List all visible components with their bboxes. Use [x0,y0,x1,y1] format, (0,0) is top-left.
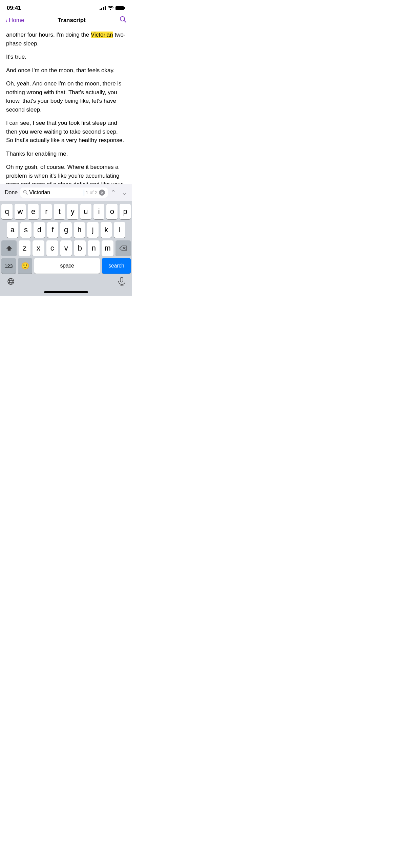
globe-mic-row [0,275,132,289]
key-k[interactable]: k [101,222,112,238]
paragraph-5: I can see, I see that you took first sle… [6,119,126,145]
key-a[interactable]: a [7,222,18,238]
key-u[interactable]: u [80,204,91,219]
find-bar: Done Victorian 1 of 2 ⌃ ⌄ [0,184,132,201]
back-chevron-icon: ‹ [5,17,7,23]
key-c[interactable]: c [46,240,58,256]
wifi-icon [108,5,113,11]
paragraph-6: Thanks for enabling me. [6,150,126,158]
battery-icon [115,6,125,10]
signal-bars-icon [100,6,106,10]
svg-point-7 [9,278,12,284]
space-key[interactable]: space [34,258,100,274]
paragraph-3: And once I'm on the moon, that feels oka… [6,66,126,75]
find-clear-button[interactable] [99,190,105,196]
search-button[interactable] [119,16,127,25]
key-q[interactable]: q [1,204,13,219]
keyboard-row-1: q w e r t y u i o p [0,201,132,219]
key-y[interactable]: y [67,204,78,219]
globe-icon[interactable] [7,277,15,288]
key-w[interactable]: w [15,204,26,219]
key-f[interactable]: f [47,222,59,238]
find-count: 1 of 2 [86,190,98,195]
find-next-button[interactable]: ⌄ [122,189,127,197]
paragraph-7: Oh my gosh, of course. Where it becomes … [6,163,126,184]
keyboard-row-3: z x c v b n m [0,238,132,256]
back-label: Home [9,17,24,24]
key-i[interactable]: i [93,204,105,219]
nav-bar: ‹ Home Transcript [0,14,132,28]
page-title: Transcript [58,17,86,24]
find-nav-buttons: ⌃ ⌄ [110,189,127,197]
paragraph-1: another four hours. I'm doing the Victor… [6,31,126,48]
find-prev-button[interactable]: ⌃ [110,189,116,197]
keyboard: q w e r t y u i o p a s d f g h j k l z … [0,201,132,296]
key-b[interactable]: b [74,240,86,256]
key-l[interactable]: l [114,222,125,238]
transcript-content: another four hours. I'm doing the Victor… [0,28,132,184]
search-key[interactable]: search [102,258,131,274]
find-input-wrap: Victorian 1 of 2 [20,188,108,198]
key-j[interactable]: j [87,222,99,238]
svg-point-6 [8,278,14,284]
keyboard-row-2: a s d f g h j k l [0,219,132,238]
key-n[interactable]: n [88,240,100,256]
key-t[interactable]: t [54,204,65,219]
highlight-victorian-1: Victorian [91,32,113,38]
text-cursor [84,190,84,196]
find-input-value[interactable]: Victorian [29,190,82,196]
paragraph-2: It's true. [6,53,126,61]
svg-point-2 [24,190,26,193]
svg-line-1 [124,21,126,23]
key-d[interactable]: d [34,222,45,238]
key-m[interactable]: m [102,240,113,256]
home-bar [44,291,88,293]
key-e[interactable]: e [28,204,39,219]
keyboard-row-4: 123 🙂 space search [0,256,132,275]
key-o[interactable]: o [106,204,118,219]
paragraph-4: Oh, yeah. And once I'm on the moon, ther… [6,79,126,114]
microphone-icon[interactable] [118,277,125,288]
find-search-icon [23,190,28,196]
key-z[interactable]: z [19,240,30,256]
key-h[interactable]: h [74,222,85,238]
key-v[interactable]: v [60,240,72,256]
key-g[interactable]: g [60,222,72,238]
emoji-key[interactable]: 🙂 [18,258,33,274]
numbers-key[interactable]: 123 [1,258,16,274]
shift-key[interactable] [1,240,17,256]
key-r[interactable]: r [41,204,52,219]
delete-key[interactable] [115,240,131,256]
status-icons [100,5,125,11]
svg-rect-10 [120,277,123,282]
status-time: 09:41 [7,5,21,12]
key-s[interactable]: s [20,222,32,238]
status-bar: 09:41 [0,0,132,14]
svg-line-3 [26,193,27,194]
done-button[interactable]: Done [5,190,18,196]
key-x[interactable]: x [33,240,44,256]
back-button[interactable]: ‹ Home [5,17,24,24]
home-indicator [0,289,132,296]
key-p[interactable]: p [120,204,131,219]
